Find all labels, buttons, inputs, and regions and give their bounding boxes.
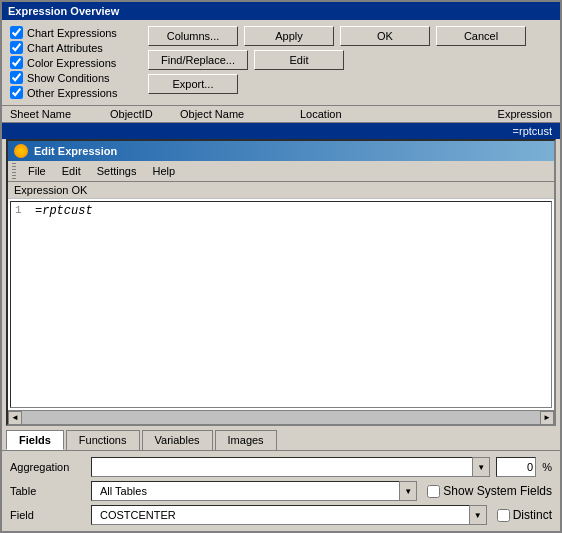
table-row: Table All Tables ▼ Show System Fields — [10, 481, 552, 501]
col-object-name: Object Name — [180, 108, 300, 120]
edit-expression-titlebar: Edit Expression — [8, 141, 554, 161]
distinct-checkbox[interactable] — [497, 509, 510, 522]
show-system-fields-checkbox[interactable] — [427, 485, 440, 498]
scroll-left-btn[interactable]: ◄ — [8, 411, 22, 425]
checkbox-row-1: Chart Expressions — [10, 26, 140, 39]
edit-expression-panel: Edit Expression File Edit Settings Help … — [6, 139, 556, 426]
window-title: Expression Overview — [8, 5, 119, 17]
tabs-bar: Fields Functions Variables Images — [2, 426, 560, 450]
distinct-label: Distinct — [513, 508, 552, 522]
field-label: Field — [10, 509, 85, 521]
checkbox-row-3: Color Expressions — [10, 56, 140, 69]
chart-expressions-label: Chart Expressions — [27, 27, 117, 39]
main-window: Expression Overview Chart Expressions Ch… — [0, 0, 562, 533]
horizontal-scrollbar[interactable]: ◄ ► — [8, 410, 554, 424]
edit-button[interactable]: Edit — [254, 50, 344, 70]
show-conditions-checkbox[interactable] — [10, 71, 23, 84]
table-label: Table — [10, 485, 85, 497]
selected-table-row[interactable]: =rptcust — [2, 123, 560, 139]
scroll-right-btn[interactable]: ► — [540, 411, 554, 425]
menu-settings[interactable]: Settings — [89, 163, 145, 179]
edit-expression-title: Edit Expression — [34, 145, 117, 157]
aggregation-label: Aggregation — [10, 461, 85, 473]
aggregation-pct-input[interactable] — [496, 457, 536, 477]
edit-menubar: File Edit Settings Help — [8, 161, 554, 182]
btn-row-2: Find/Replace... Edit — [148, 50, 344, 70]
color-expressions-label: Color Expressions — [27, 57, 116, 69]
tab-images[interactable]: Images — [215, 430, 277, 450]
field-select[interactable]: COSTCENTER — [91, 505, 487, 525]
table-select[interactable]: All Tables — [91, 481, 417, 501]
checkboxes-col: Chart Expressions Chart Attributes Color… — [10, 26, 140, 99]
code-text: =rptcust — [35, 204, 93, 218]
menu-edit[interactable]: Edit — [54, 163, 89, 179]
aggregation-select-wrapper: ▼ — [91, 457, 490, 477]
col-location: Location — [300, 108, 400, 120]
show-system-fields-label: Show System Fields — [443, 484, 552, 498]
edit-expression-icon — [14, 144, 28, 158]
row-object-name — [180, 125, 300, 137]
row-location — [300, 125, 400, 137]
btn-row-3: Export... — [148, 74, 238, 94]
code-area[interactable]: 1 =rptcust — [10, 201, 552, 408]
export-button[interactable]: Export... — [148, 74, 238, 94]
apply-button[interactable]: Apply — [244, 26, 334, 46]
fields-panel: Aggregation ▼ % Table All Tables ▼ Show … — [2, 450, 560, 531]
find-replace-button[interactable]: Find/Replace... — [148, 50, 248, 70]
btn-row-1: Columns... Apply OK Cancel — [148, 26, 526, 46]
menu-file[interactable]: File — [20, 163, 54, 179]
columns-button[interactable]: Columns... — [148, 26, 238, 46]
row-expression: =rptcust — [400, 125, 552, 137]
expression-status: Expression OK — [8, 182, 554, 199]
table-select-wrapper: All Tables ▼ — [91, 481, 417, 501]
chart-attributes-checkbox[interactable] — [10, 41, 23, 54]
buttons-col: Columns... Apply OK Cancel Find/Replace.… — [148, 26, 526, 99]
col-sheet-name: Sheet Name — [10, 108, 110, 120]
checkbox-row-2: Chart Attributes — [10, 41, 140, 54]
chart-expressions-checkbox[interactable] — [10, 26, 23, 39]
distinct-container: Distinct — [497, 508, 552, 522]
top-section: Chart Expressions Chart Attributes Color… — [2, 20, 560, 105]
show-conditions-label: Show Conditions — [27, 72, 110, 84]
tab-functions[interactable]: Functions — [66, 430, 140, 450]
code-line-1: 1 =rptcust — [11, 202, 551, 220]
other-expressions-checkbox[interactable] — [10, 86, 23, 99]
line-number: 1 — [15, 204, 35, 216]
scroll-track[interactable] — [22, 411, 540, 424]
ok-button[interactable]: OK — [340, 26, 430, 46]
field-row: Field COSTCENTER ▼ Distinct — [10, 505, 552, 525]
row-object-id — [110, 125, 180, 137]
cancel-button[interactable]: Cancel — [436, 26, 526, 46]
chart-attributes-label: Chart Attributes — [27, 42, 103, 54]
row-sheet-name — [10, 125, 110, 137]
menu-help[interactable]: Help — [144, 163, 183, 179]
checkbox-row-5: Other Expressions — [10, 86, 140, 99]
col-object-id: ObjectID — [110, 108, 180, 120]
title-bar: Expression Overview — [2, 2, 560, 20]
tab-fields[interactable]: Fields — [6, 430, 64, 450]
checkbox-row-4: Show Conditions — [10, 71, 140, 84]
tab-variables[interactable]: Variables — [142, 430, 213, 450]
field-select-wrapper: COSTCENTER ▼ — [91, 505, 487, 525]
expression-status-text: Expression OK — [14, 184, 87, 196]
table-header: Sheet Name ObjectID Object Name Location… — [2, 105, 560, 123]
aggregation-select[interactable] — [91, 457, 490, 477]
show-system-fields-container: Show System Fields — [427, 484, 552, 498]
col-expression: Expression — [400, 108, 552, 120]
grip-bar — [12, 163, 16, 179]
color-expressions-checkbox[interactable] — [10, 56, 23, 69]
aggregation-row: Aggregation ▼ % — [10, 457, 552, 477]
pct-label: % — [542, 461, 552, 473]
other-expressions-label: Other Expressions — [27, 87, 117, 99]
